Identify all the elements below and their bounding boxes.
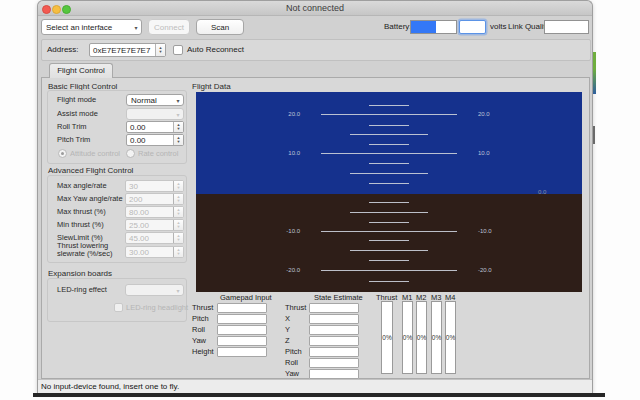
- pitch-label-m10-right: -10.0: [478, 228, 498, 234]
- horizon-sky: [196, 92, 582, 194]
- m3-bar: 0%: [431, 301, 442, 374]
- pitch-line: [350, 173, 428, 174]
- roll-trim-spinbox[interactable]: 0.00 ▲▼: [126, 121, 184, 133]
- address-stepper[interactable]: ▲▼: [155, 44, 165, 56]
- gamepad-thrust-label: Thrust: [192, 303, 213, 313]
- roll-trim-label: Roll Trim: [57, 121, 87, 133]
- max-yaw-label: Max Yaw angle/rate: [57, 193, 123, 205]
- gamepad-height-label: Height: [192, 347, 214, 357]
- thrust-slewrate-stepper[interactable]: ▲▼: [173, 247, 183, 257]
- interface-select-value: Select an interface: [42, 23, 131, 32]
- max-yaw-value: 200: [126, 194, 173, 204]
- max-yaw-stepper[interactable]: ▲▼: [173, 194, 183, 204]
- artificial-horizon: 20.0 20.0 10.0 10.0 -10.0 -10.0 -20.0 -2…: [196, 92, 582, 292]
- assist-mode-select[interactable]: ▾: [126, 108, 184, 120]
- pitch-label-10-right: 10.0: [478, 150, 498, 156]
- max-angle-label: Max angle/rate: [57, 180, 107, 192]
- attitude-control-label: Attitude control: [70, 149, 120, 159]
- advanced-group-box: Max angle/rate 30 ▲▼ Max Yaw angle/rate …: [47, 175, 187, 263]
- desktop-artifact: [593, 126, 595, 144]
- slewlimit-stepper[interactable]: ▲▼: [173, 233, 183, 243]
- max-yaw-spinbox[interactable]: 200 ▲▼: [125, 193, 184, 205]
- connection-toolbar: Select an interface ▾ Connect Scan Batte…: [38, 15, 592, 39]
- pitch-line: [369, 222, 409, 223]
- state-pitch-field: [309, 347, 359, 357]
- rate-control-label: Rate control: [138, 149, 178, 159]
- m1-bar: 0%: [402, 301, 413, 374]
- gamepad-roll-field: [217, 325, 267, 335]
- max-thrust-value: 80.00: [126, 207, 173, 217]
- flight-mode-select[interactable]: Normal ▾: [126, 94, 184, 106]
- pitch-trim-stepper[interactable]: ▲▼: [173, 135, 183, 145]
- connect-button[interactable]: Connect: [148, 19, 190, 35]
- advanced-group-title: Advanced Flight Control: [48, 166, 133, 175]
- roll-zero-label: 0.0: [538, 189, 558, 195]
- pitch-label-10-left: 10.0: [280, 150, 300, 156]
- m4-bar: 0%: [445, 301, 456, 374]
- volts-field[interactable]: [459, 20, 486, 34]
- max-thrust-spinbox[interactable]: 80.00 ▲▼: [125, 206, 184, 218]
- scan-button[interactable]: Scan: [196, 19, 244, 35]
- led-ring-headlight-checkbox[interactable]: [114, 303, 123, 312]
- m2-bar: 0%: [416, 301, 427, 374]
- gamepad-pitch-label: Pitch: [192, 314, 209, 324]
- gamepad-yaw-field: [217, 336, 267, 346]
- battery-fill: [411, 21, 436, 33]
- max-thrust-stepper[interactable]: ▲▼: [173, 207, 183, 217]
- chevron-down-icon: ▾: [173, 287, 183, 294]
- battery-progress-bar: [410, 20, 457, 34]
- assist-mode-label: Assist mode: [57, 108, 98, 120]
- address-spinbox[interactable]: 0xE7E7E7E7E7 ▲▼: [89, 43, 166, 57]
- pitch-label-20-right: 20.0: [478, 111, 498, 117]
- chevron-down-icon: ▾: [173, 111, 183, 118]
- roll-trim-stepper[interactable]: ▲▼: [173, 122, 183, 132]
- min-thrust-spinbox[interactable]: 25.00 ▲▼: [125, 219, 184, 231]
- auto-reconnect-checkbox[interactable]: [173, 45, 183, 55]
- pitch-line: [321, 231, 457, 232]
- thrust-slewrate-spinbox[interactable]: 30.00 ▲▼: [125, 246, 184, 258]
- flight-control-panel: Basic Flight Control Flight mode Normal …: [41, 77, 590, 379]
- thrust-slewrate-value: 30.00: [126, 247, 173, 257]
- gamepad-pitch-field: [217, 314, 267, 324]
- rate-control-radio[interactable]: [126, 149, 135, 158]
- chevron-down-icon: ▾: [131, 24, 141, 31]
- min-thrust-stepper[interactable]: ▲▼: [173, 220, 183, 230]
- title-bar[interactable]: Not connected: [38, 1, 592, 16]
- pitch-label-20-left: 20.0: [280, 111, 300, 117]
- gamepad-height-field: [217, 347, 267, 357]
- pitch-trim-value: 0.00: [127, 135, 173, 145]
- max-thrust-label: Max thrust (%): [57, 206, 106, 218]
- pitch-line: [321, 270, 457, 271]
- pitch-line: [369, 125, 409, 126]
- address-label: Address:: [47, 43, 79, 57]
- state-z-field: [309, 336, 359, 346]
- state-yaw-label: Yaw: [285, 369, 299, 379]
- thrust-slewrate-label: Thrust lowering slewrate (%/sec): [57, 242, 123, 258]
- max-angle-spinbox[interactable]: 30 ▲▼: [125, 180, 184, 192]
- pitch-line: [369, 163, 409, 164]
- gamepad-roll-label: Roll: [192, 325, 205, 335]
- state-x-label: X: [285, 314, 290, 324]
- pitch-label-m20-right: -20.0: [478, 267, 498, 273]
- pitch-line: [369, 183, 409, 184]
- attitude-control-radio[interactable]: [58, 149, 67, 158]
- pitch-line: [350, 250, 428, 251]
- gamepad-thrust-field: [217, 303, 267, 313]
- slewlimit-value: 45.00: [126, 233, 173, 243]
- roll-trim-value: 0.00: [127, 122, 173, 132]
- state-pitch-label: Pitch: [285, 347, 302, 357]
- max-angle-value: 30: [126, 181, 173, 191]
- led-ring-effect-select[interactable]: ▾: [125, 284, 184, 296]
- pitch-trim-spinbox[interactable]: 0.00 ▲▼: [126, 134, 184, 146]
- desktop: Not connected Select an interface ▾ Conn…: [0, 0, 640, 400]
- battery-label: Battery:: [384, 20, 412, 34]
- state-thrust-field: [309, 303, 359, 313]
- pitch-label-m10-left: -10.0: [280, 228, 300, 234]
- interface-select[interactable]: Select an interface ▾: [41, 19, 142, 35]
- max-angle-stepper[interactable]: ▲▼: [173, 181, 183, 191]
- state-roll-field: [309, 358, 359, 368]
- slewlimit-spinbox[interactable]: 45.00 ▲▼: [125, 232, 184, 244]
- state-x-field: [309, 314, 359, 324]
- basic-group-box: Flight mode Normal ▾ Assist mode ▾ Roll …: [47, 90, 187, 164]
- tab-flight-control[interactable]: Flight Control: [49, 63, 113, 78]
